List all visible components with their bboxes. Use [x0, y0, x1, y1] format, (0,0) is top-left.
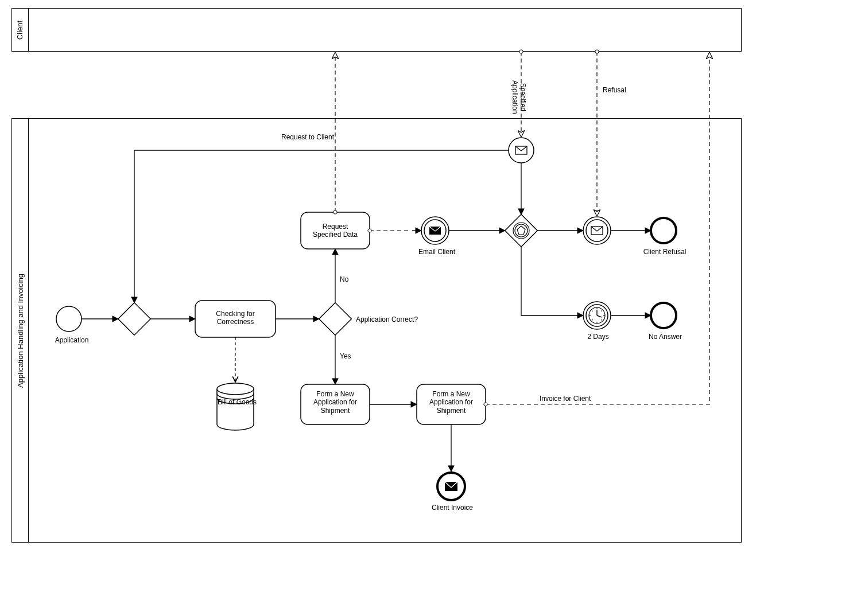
pool-client-title: Client [16, 20, 25, 39]
label-mf-specified: Specified Application [511, 80, 527, 114]
pool-handling-title: Application Handling and Invoicing [16, 274, 25, 388]
label-form1: Form a New Application for Shipment [303, 390, 367, 415]
label-email-client: Email Client [417, 248, 457, 256]
label-end-noanswer: No Answer [645, 333, 685, 341]
label-end-refusal: Client Refusal [642, 248, 688, 256]
label-mf-invoice: Invoice for Client [540, 395, 591, 403]
label-form2: Form a New Application for Shipment [419, 390, 483, 415]
bpmn-canvas: Client Application Handling and Invoicin… [0, 0, 861, 616]
pool-handling: Application Handling and Invoicing [11, 118, 742, 543]
label-mf-refusal: Refusal [603, 86, 626, 94]
label-mf-request: Request to Client [281, 133, 334, 141]
label-req-data: Request Specified Data [304, 223, 366, 239]
pool-handling-label: Application Handling and Invoicing [12, 119, 29, 542]
pool-client-label: Client [12, 9, 29, 51]
label-end-invoice: Client Invoice [429, 504, 475, 512]
label-start: Application [52, 336, 92, 344]
label-cond-no: No [340, 275, 348, 283]
label-gw-correct: Application Correct? [356, 315, 418, 323]
pool-client: Client [11, 8, 742, 52]
label-cond-yes: Yes [340, 352, 351, 360]
label-check: Checking for Correctness [199, 310, 272, 326]
label-timer: 2 Days [585, 333, 611, 341]
label-bill-store: Bill of Goods [211, 398, 263, 406]
